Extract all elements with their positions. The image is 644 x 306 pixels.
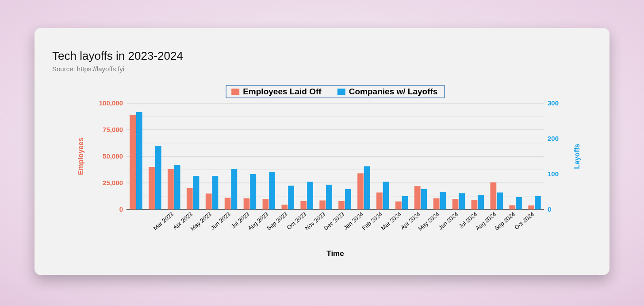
bar-companies [497, 193, 503, 209]
bar-employees [319, 201, 326, 209]
x-tick-label: Feb 2024 [360, 211, 383, 232]
bar-companies [478, 195, 484, 209]
bar-companies [402, 196, 408, 209]
x-tick-label: Dec 2023 [322, 211, 345, 232]
x-tick-label: Aug 2023 [246, 211, 269, 232]
y-left-tick: 25,000 [103, 179, 123, 186]
bar-companies [288, 186, 294, 209]
x-tick-label: Sep 2023 [265, 211, 288, 232]
y-right-tick: 200 [548, 135, 559, 142]
bar-companies [440, 192, 446, 209]
y-right-axis-title: Layoffs [573, 143, 581, 169]
bar-companies [459, 193, 465, 209]
bar-companies [136, 112, 142, 209]
bar-companies [193, 176, 199, 209]
bar-employees [357, 173, 364, 209]
x-tick-label: Aug 2024 [474, 211, 497, 232]
bar-companies [155, 146, 161, 209]
chart-svg: 025,00050,00075,000100,0000100200300Mar … [52, 77, 592, 267]
bar-companies [269, 172, 275, 209]
bar-companies [364, 166, 370, 209]
bar-employees [187, 188, 193, 209]
legend-swatch-employees [231, 89, 239, 95]
x-tick-label: May 2024 [417, 211, 441, 232]
bar-companies [326, 185, 332, 209]
legend: Employees Laid OffCompanies w/ Layoffs [226, 85, 445, 98]
y-left-tick: 75,000 [103, 126, 123, 133]
bar-employees [263, 199, 269, 209]
bar-employees [395, 201, 402, 209]
bar-employees [300, 201, 307, 209]
chart-title: Tech layoffs in 2023-2024 [52, 49, 183, 63]
bar-employees [414, 186, 421, 209]
chart-subtitle: Source: https://layoffs.fyi [52, 65, 124, 73]
bar-employees [338, 201, 345, 209]
x-tick-label: Oct 2024 [513, 211, 535, 231]
bar-employees [472, 200, 478, 209]
bar-employees [149, 167, 155, 209]
x-tick-label: Jan 2024 [342, 211, 365, 231]
bar-employees [528, 205, 534, 209]
bar-companies [231, 169, 238, 209]
bar-employees [206, 194, 212, 209]
bar-employees [244, 198, 250, 209]
y-right-tick: 100 [548, 170, 559, 178]
y-right-tick: 0 [548, 205, 551, 213]
bar-employees [168, 169, 174, 209]
legend-label-employees: Employees Laid Off [243, 87, 322, 96]
legend-swatch-companies [337, 89, 345, 95]
chart-card: Tech layoffs in 2023-2024 Source: https:… [34, 28, 610, 275]
bar-employees [225, 198, 231, 209]
y-left-axis-title: Employees [77, 138, 84, 175]
x-tick-label: Mar 2023 [152, 211, 175, 232]
bar-companies [516, 197, 522, 209]
x-tick-label: May 2023 [189, 211, 213, 232]
bar-employees [433, 198, 440, 209]
bar-employees [490, 182, 496, 209]
bar-employees [376, 193, 383, 209]
bar-employees [452, 199, 459, 209]
bar-employees [281, 205, 288, 209]
x-tick-label: Jun 2023 [209, 211, 232, 231]
bar-companies [250, 174, 256, 209]
y-left-tick: 100,000 [99, 99, 123, 107]
y-left-tick: 50,000 [103, 152, 123, 160]
y-right-tick: 300 [548, 99, 559, 107]
bar-companies [174, 165, 180, 209]
bar-companies [212, 176, 218, 209]
bar-companies [383, 182, 389, 209]
x-axis-title: Time [326, 249, 344, 258]
bar-companies [421, 189, 427, 209]
chart-area: 025,00050,00075,000100,0000100200300Mar … [52, 77, 592, 267]
bar-companies [345, 189, 351, 209]
x-tick-label: Jun 2024 [437, 211, 460, 231]
x-tick-label: Mar 2024 [380, 211, 402, 232]
legend-label-companies: Companies w/ Layoffs [349, 87, 438, 96]
bar-employees [509, 205, 515, 209]
x-tick-label: Sep 2024 [493, 211, 516, 232]
bar-employees [130, 115, 136, 209]
y-left-tick: 0 [119, 205, 123, 213]
x-tick-label: Nov 2023 [303, 211, 326, 232]
bar-companies [307, 182, 313, 209]
bar-companies [535, 196, 541, 209]
